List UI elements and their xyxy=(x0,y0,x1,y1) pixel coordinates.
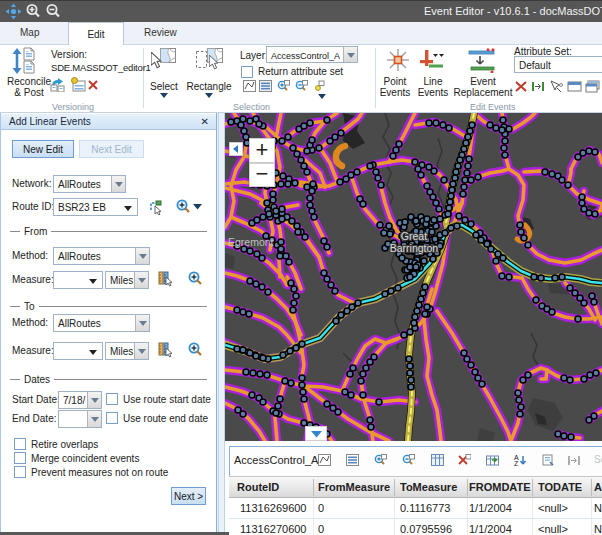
svg-text:Barrington: Barrington xyxy=(390,242,439,254)
svg-text:Egremont: Egremont xyxy=(228,236,274,248)
svg-text:Great: Great xyxy=(401,230,427,242)
svg-text:Z: Z xyxy=(514,460,519,466)
